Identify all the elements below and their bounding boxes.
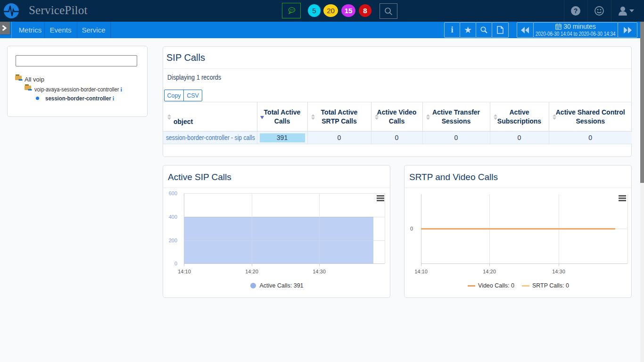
svg-text:?: ?	[574, 7, 578, 15]
